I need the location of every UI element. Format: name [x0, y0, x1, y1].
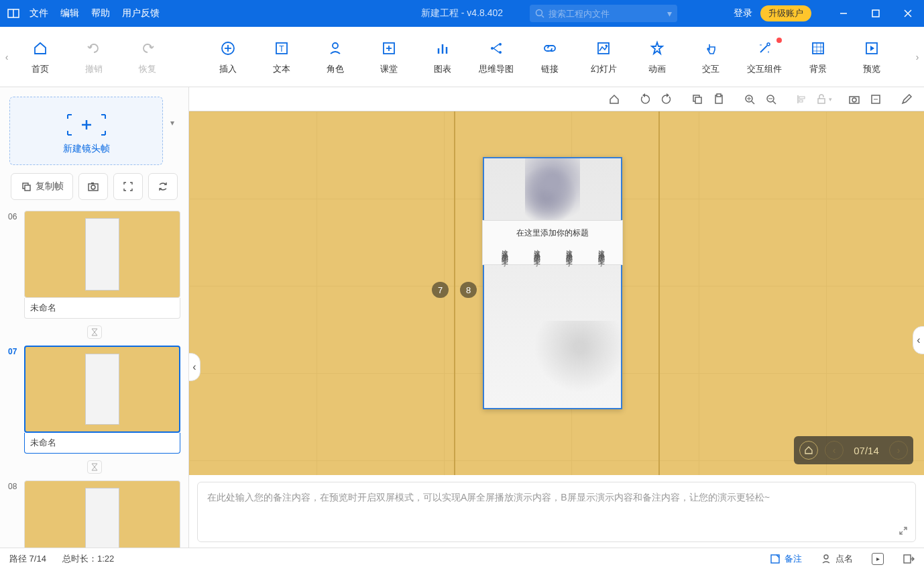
play-icon: [862, 39, 881, 58]
collapse-panel-button[interactable]: ‹: [913, 326, 924, 354]
edit-button[interactable]: [897, 90, 916, 109]
svg-rect-52: [818, 99, 825, 103]
lock-icon: [815, 93, 827, 105]
tool-component[interactable]: 交互组件: [738, 39, 791, 75]
roll-call-button[interactable]: 点名: [821, 553, 853, 565]
menu-feedback[interactable]: 用户反馈: [122, 7, 160, 19]
frame-thumbnail[interactable]: [24, 480, 180, 548]
svg-point-22: [499, 51, 502, 54]
exit-button[interactable]: [903, 553, 915, 565]
loop-button[interactable]: [148, 173, 178, 200]
tool-anim[interactable]: 动画: [630, 39, 684, 75]
svg-rect-39: [695, 97, 701, 103]
notes-panel[interactable]: 在此处输入您的备注内容，在预览时开启双屏模式，可以实现A屏全屏播放演示内容，B屏…: [197, 482, 916, 542]
present-button[interactable]: ▸: [872, 553, 884, 565]
tool-undo[interactable]: 撤销: [67, 39, 121, 75]
capture-button[interactable]: [845, 90, 864, 109]
search-box[interactable]: ▾: [530, 5, 677, 22]
canvas[interactable]: ‹ ‹ 7 8 在这里添加你的标题 这里添加你的文字 这里添加你的文字 这里添加…: [189, 111, 924, 475]
status-duration: 总时长：1:22: [62, 553, 114, 565]
poster-column: 这里添加你的文字: [532, 244, 541, 255]
zoom-in-button[interactable]: [740, 90, 759, 109]
slide-icon: [594, 39, 613, 58]
frame-item[interactable]: 08: [8, 480, 180, 548]
collapse-sidebar-button[interactable]: ‹: [189, 353, 200, 381]
pattern-icon: [809, 39, 827, 58]
frame-thumbnail[interactable]: [24, 211, 180, 298]
paste-button[interactable]: [709, 90, 728, 109]
lock-button[interactable]: ▾: [814, 90, 833, 109]
copy-button[interactable]: [688, 90, 707, 109]
frame-name[interactable]: 未命名: [24, 433, 180, 454]
canvas-toolbar: ▾: [189, 87, 924, 111]
svg-point-57: [824, 555, 828, 559]
tool-mind[interactable]: 思维导图: [469, 39, 523, 75]
camera-button[interactable]: [78, 173, 108, 200]
poster-column: 这里添加你的文字: [500, 244, 509, 255]
chevron-down-icon[interactable]: ▾: [667, 8, 672, 19]
tool-insert[interactable]: 插入: [201, 39, 255, 75]
tool-home[interactable]: 首页: [13, 39, 67, 75]
frame-item[interactable]: 06 未命名: [8, 211, 180, 319]
fit-button[interactable]: [866, 90, 885, 109]
frame-name[interactable]: 未命名: [24, 298, 180, 319]
tool-insert-label: 插入: [219, 63, 237, 75]
tool-text-label: 文本: [273, 63, 290, 75]
nav-next-button[interactable]: ›: [889, 441, 908, 460]
home-icon: [804, 446, 813, 455]
new-shot-dropdown[interactable]: ▾: [166, 113, 179, 133]
tool-link[interactable]: 链接: [523, 39, 577, 75]
home-icon: [608, 93, 620, 105]
timing-separator[interactable]: [87, 325, 102, 339]
upgrade-button[interactable]: 升级账户: [760, 5, 811, 21]
zoom-out-icon: [765, 93, 777, 105]
menu-help[interactable]: 帮助: [91, 7, 110, 19]
zoom-out-button[interactable]: [762, 90, 781, 109]
svg-rect-34: [25, 185, 30, 191]
copy-frame-button[interactable]: 复制帧: [11, 173, 73, 200]
new-shot-button[interactable]: 新建镜头帧: [9, 97, 163, 165]
tool-role[interactable]: 角色: [308, 39, 362, 75]
nav-prev-button[interactable]: ‹: [825, 441, 844, 460]
frame-thumbnail[interactable]: [24, 346, 180, 433]
nav-home-button[interactable]: [799, 441, 818, 460]
maximize-button[interactable]: [860, 0, 892, 27]
toolbar-scroll-left[interactable]: ‹: [0, 27, 13, 87]
frame-marker[interactable]: 7: [432, 282, 449, 298]
tool-slide[interactable]: 幻灯片: [577, 39, 630, 75]
touch-icon: [701, 39, 720, 58]
menu-file[interactable]: 文件: [30, 7, 48, 19]
align-button[interactable]: [793, 90, 811, 109]
tool-bg[interactable]: 背景: [791, 39, 845, 75]
timing-separator[interactable]: [87, 460, 102, 474]
menu-edit[interactable]: 编辑: [60, 7, 79, 19]
frame-item[interactable]: 07 未命名: [8, 346, 180, 454]
tool-text[interactable]: T文本: [255, 39, 308, 75]
tool-chart[interactable]: 图表: [416, 39, 469, 75]
search-input[interactable]: [548, 9, 663, 19]
tool-interact[interactable]: 交互: [684, 39, 738, 75]
svg-rect-37: [91, 183, 94, 184]
svg-point-26: [767, 43, 770, 46]
rotate-right-button[interactable]: [657, 90, 676, 109]
minimize-button[interactable]: [827, 0, 860, 27]
rotate-left-button[interactable]: [636, 90, 654, 109]
home-view-button[interactable]: [605, 90, 624, 109]
canvas-navigator: ‹ 07/14 ›: [794, 436, 913, 464]
frame-marker[interactable]: 8: [460, 282, 477, 298]
frames-list: 06 未命名 07 未命名 08: [0, 208, 188, 548]
svg-point-54: [852, 98, 856, 102]
tool-preview[interactable]: 预览: [845, 39, 899, 75]
tool-slide-label: 幻灯片: [591, 63, 617, 75]
tool-redo[interactable]: 恢复: [121, 39, 174, 75]
notes-toggle-button[interactable]: 备注: [770, 553, 802, 565]
notes-icon: [770, 554, 781, 564]
main-toolbar: ‹ 首页 撤销 恢复 插入 T文本 角色 课堂 图表 思维导图 链接 幻灯片 动…: [0, 27, 924, 87]
close-button[interactable]: [892, 0, 924, 27]
selected-object[interactable]: 在这里添加你的标题 这里添加你的文字 这里添加你的文字 这里添加你的文字 这里添…: [483, 157, 622, 409]
tool-class[interactable]: 课堂: [362, 39, 416, 75]
toolbar-scroll-right[interactable]: ›: [911, 27, 924, 87]
expand-notes-button[interactable]: [898, 525, 909, 536]
fullscreen-button[interactable]: [113, 173, 143, 200]
login-button[interactable]: 登录: [734, 7, 752, 19]
